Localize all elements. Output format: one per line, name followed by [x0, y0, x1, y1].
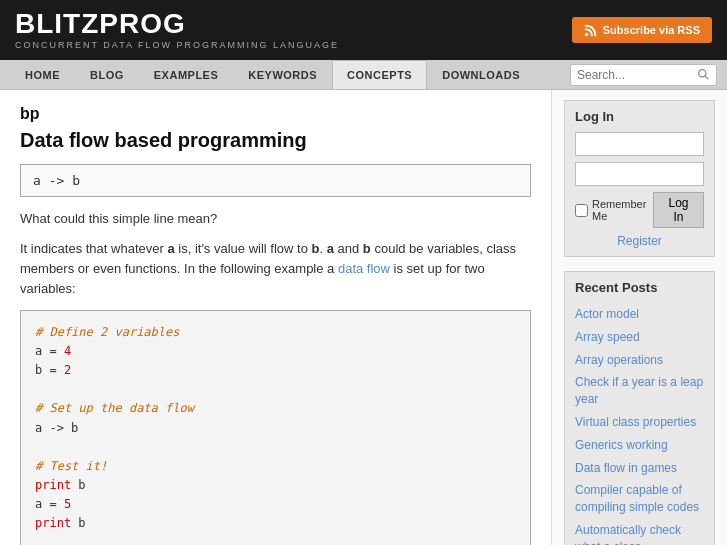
login-box: Log In Remember Me Log In Register: [564, 100, 715, 257]
intro-prose: What could this simple line mean? It ind…: [20, 209, 531, 300]
remember-me-text: Remember Me: [592, 198, 653, 222]
sidebar: Log In Remember Me Log In Register Recen…: [552, 90, 727, 545]
site-title: BLITZPROG: [15, 10, 339, 38]
recent-post-item[interactable]: Check if a year is a leap year: [575, 371, 704, 411]
register-link[interactable]: Register: [575, 234, 704, 248]
username-input[interactable]: [575, 132, 704, 156]
password-input[interactable]: [575, 162, 704, 186]
inline-code-text: a -> b: [33, 173, 80, 188]
inline-code-box: a -> b: [20, 164, 531, 197]
code-line-a5: a = 5: [35, 497, 71, 511]
para1-text: It indicates that whatever a is, it's va…: [20, 239, 531, 299]
nav-tab-blog[interactable]: BLOG: [75, 60, 139, 89]
recent-post-item[interactable]: Generics working: [575, 434, 704, 457]
intro-text: What could this simple line mean?: [20, 209, 531, 229]
login-remember-row: Remember Me Log In: [575, 192, 704, 228]
svg-point-0: [585, 33, 589, 37]
code-line-flow: a -> b: [35, 421, 78, 435]
recent-post-item[interactable]: Virtual class properties: [575, 411, 704, 434]
navigation: HOME BLOG EXAMPLES KEYWORDS CONCEPTS DOW…: [0, 60, 727, 90]
recent-posts-box: Recent Posts Actor modelArray speedArray…: [564, 271, 715, 545]
login-title: Log In: [575, 109, 704, 124]
nav-tab-home[interactable]: HOME: [10, 60, 75, 89]
recent-post-item[interactable]: Compiler capable of compiling simple cod…: [575, 479, 704, 519]
site-logo: BLITZPROG CONCURRENT DATA FLOW PROGRAMMI…: [15, 10, 339, 50]
svg-line-2: [705, 76, 708, 79]
data-flow-link[interactable]: data flow: [338, 261, 390, 276]
main-content: bp Data flow based programming a -> b Wh…: [0, 90, 552, 545]
page-title: Data flow based programming: [20, 129, 531, 152]
search-box[interactable]: [570, 64, 717, 86]
remember-me-checkbox[interactable]: [575, 204, 588, 217]
code-comment-1: # Define 2 variables: [35, 325, 180, 339]
code-line-a4: a = 4: [35, 344, 71, 358]
recent-posts-list: Actor modelArray speedArray operationsCh…: [575, 303, 704, 545]
code-comment-2: # Set up the data flow: [35, 401, 194, 415]
login-button[interactable]: Log In: [653, 192, 704, 228]
page-short-title: bp: [20, 105, 531, 123]
code-comment-3: # Test it!: [35, 459, 107, 473]
code-block: # Define 2 variables a = 4 b = 2 # Set u…: [20, 310, 531, 545]
nav-tabs: HOME BLOG EXAMPLES KEYWORDS CONCEPTS DOW…: [10, 60, 535, 89]
rss-icon: [584, 23, 598, 37]
nav-tab-concepts[interactable]: CONCEPTS: [332, 60, 427, 89]
code-line-b2: b = 2: [35, 363, 71, 377]
search-icon: [697, 68, 710, 81]
recent-post-item[interactable]: Array operations: [575, 349, 704, 372]
recent-post-item[interactable]: Actor model: [575, 303, 704, 326]
code-print-1: print: [35, 478, 71, 492]
rss-label: Subscribe via RSS: [603, 24, 700, 36]
recent-post-item[interactable]: Automatically check what a class impleme…: [575, 519, 704, 545]
remember-me-label: Remember Me: [575, 198, 653, 222]
rss-subscribe-button[interactable]: Subscribe via RSS: [572, 17, 712, 43]
recent-posts-title: Recent Posts: [575, 280, 704, 295]
svg-point-1: [699, 70, 706, 77]
site-tagline: CONCURRENT DATA FLOW PROGRAMMING LANGUAG…: [15, 40, 339, 50]
header: BLITZPROG CONCURRENT DATA FLOW PROGRAMMI…: [0, 0, 727, 60]
nav-tab-keywords[interactable]: KEYWORDS: [233, 60, 332, 89]
nav-tab-examples[interactable]: EXAMPLES: [139, 60, 234, 89]
nav-tab-downloads[interactable]: DOWNLOADS: [427, 60, 535, 89]
code-print-2: print: [35, 516, 71, 530]
recent-post-item[interactable]: Data flow in games: [575, 457, 704, 480]
page-layout: bp Data flow based programming a -> b Wh…: [0, 90, 727, 545]
search-input[interactable]: [577, 68, 697, 82]
recent-post-item[interactable]: Array speed: [575, 326, 704, 349]
